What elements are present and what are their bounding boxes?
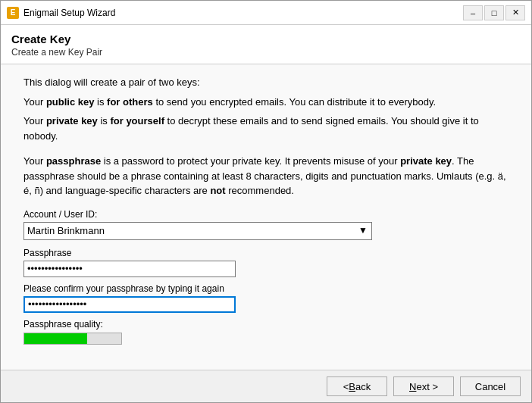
page-subtitle: Create a new Key Pair (11, 47, 521, 58)
account-dropdown-container: Martin Brinkmann ▼ (23, 222, 509, 240)
content-area: This dialog will create a pair of two ke… (1, 64, 531, 370)
close-button[interactable]: ✕ (505, 5, 525, 20)
wizard-header: Create Key Create a new Key Pair (1, 25, 531, 64)
account-dropdown[interactable]: Martin Brinkmann (23, 222, 372, 240)
minimize-button[interactable]: – (463, 5, 483, 20)
quality-label: Passphrase quality: (23, 319, 509, 330)
account-label: Account / User ID: (23, 209, 509, 220)
info-para-2: Your public key is for others to send yo… (23, 95, 509, 110)
info-para-1: This dialog will create a pair of two ke… (23, 75, 509, 90)
passphrase-label: Passphrase (23, 248, 509, 258)
title-bar: E Enigmail Setup Wizard – □ ✕ (1, 1, 531, 25)
info-para-3: Your private key is for yourself to decr… (23, 114, 509, 143)
window: E Enigmail Setup Wizard – □ ✕ Create Key… (0, 0, 532, 403)
confirm-passphrase-label: Please confirm your passphrase by typing… (23, 283, 509, 294)
quality-bar (24, 333, 87, 344)
maximize-button[interactable]: □ (484, 5, 504, 20)
page-title: Create Key (11, 33, 521, 45)
window-controls: – □ ✕ (463, 5, 525, 20)
footer: < Back Next > Cancel (1, 370, 531, 402)
info-para-4: Your passphrase is a password to protect… (23, 154, 509, 198)
app-icon: E (7, 7, 19, 19)
back-button[interactable]: < Back (327, 376, 387, 396)
confirm-passphrase-input[interactable] (23, 296, 236, 313)
quality-bar-container (23, 333, 122, 345)
next-button[interactable]: Next > (393, 376, 454, 396)
window-title: Enigmail Setup Wizard (23, 8, 463, 18)
passphrase-input[interactable] (23, 261, 236, 277)
cancel-button[interactable]: Cancel (460, 376, 521, 396)
